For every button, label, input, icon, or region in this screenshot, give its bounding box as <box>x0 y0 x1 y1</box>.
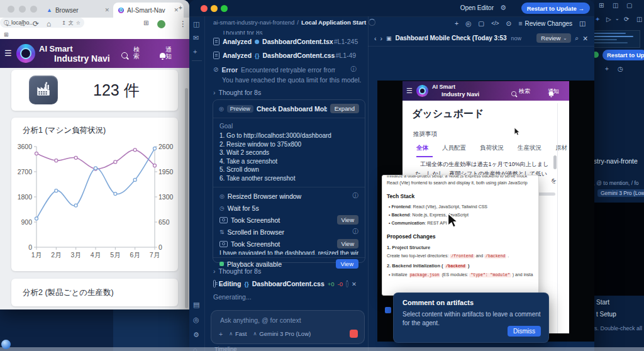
info-icon[interactable]: ⓘ <box>353 192 359 200</box>
stop-button[interactable] <box>350 330 358 338</box>
svg-text:3月: 3月 <box>70 251 80 259</box>
bg-sparkle-icon[interactable]: ✦ <box>595 16 600 23</box>
tab-label: Browser <box>55 7 102 14</box>
analyzed-tsx-row[interactable]: Analyzed DashboardContent.tsx#L1-245 <box>213 38 358 45</box>
menu-dots-icon[interactable]: ⋮ <box>179 20 187 28</box>
code-icon[interactable]: </> <box>491 20 499 26</box>
tab-fuka[interactable]: 負荷状況 <box>480 144 504 152</box>
bg-run-icon[interactable]: ▷ <box>606 16 611 23</box>
preview-chip: Preview <box>227 105 253 113</box>
error-detail: You have reached the quota limit for thi… <box>222 76 361 84</box>
tab-browser[interactable]: ▲ Browser ✕ <box>42 3 114 18</box>
home-icon[interactable]: ⌂ <box>47 20 51 28</box>
notify-label[interactable]: 通知 <box>165 46 172 60</box>
reload-icon[interactable]: ⟳ <box>33 20 39 28</box>
translate-icon[interactable]: 文 <box>69 20 74 26</box>
bg-layout-icon[interactable]: ◫ <box>636 16 642 23</box>
thought-row-1[interactable]: › Thought for 8s <box>213 89 261 96</box>
rail-new-icon[interactable]: + <box>193 48 197 55</box>
traffic-minimize[interactable] <box>19 6 26 13</box>
tab-ai-smart-navi[interactable]: AI-Smart-Nav ✕ <box>113 3 184 18</box>
nav-forward-icon[interactable]: › <box>380 35 383 42</box>
address-bar[interactable]: ⓘ localho... ↥ 文 ☆ <box>0 18 84 28</box>
close-icon[interactable]: ✕ <box>352 281 357 287</box>
svg-text:2700: 2700 <box>18 168 33 176</box>
rail-panel-icon[interactable]: ◫ <box>193 20 199 28</box>
tab-zentai[interactable]: 全体 <box>416 144 428 152</box>
bg-model-chip[interactable]: Gemini 3 Pro (Low) <box>597 189 644 197</box>
info-icon[interactable]: ⓘ <box>351 65 357 74</box>
view-screenshot-button[interactable]: View <box>337 215 358 225</box>
rail-book-icon[interactable]: ▤ <box>193 301 199 309</box>
traffic-close[interactable] <box>8 6 14 13</box>
code-line <box>593 33 626 34</box>
bg-grid-icon[interactable]: ⊞ <box>599 2 604 9</box>
terminal-icon[interactable]: ▢ <box>478 20 484 27</box>
mode-selector[interactable]: Fast <box>235 330 247 337</box>
rail-gear-icon[interactable]: ⚙ <box>193 331 199 339</box>
info-icon[interactable]: ⓘ <box>353 228 359 236</box>
settings-gear-icon[interactable]: ⚙ <box>500 4 506 12</box>
open-editor-link[interactable]: Open Editor <box>460 4 494 11</box>
close-preview-icon[interactable]: ✕ <box>582 35 588 42</box>
traffic-minimize[interactable] <box>211 5 218 12</box>
new-tab-icon[interactable]: + <box>179 4 182 11</box>
dock-app-icon[interactable] <box>1 340 11 349</box>
mobile-scrollbar[interactable] <box>553 155 557 169</box>
review-button[interactable]: Review⌄ <box>536 33 571 43</box>
eye-icon[interactable]: ⊙ <box>506 20 512 27</box>
search-icon[interactable]: ⌕ <box>575 34 579 42</box>
small-cursor <box>514 127 521 136</box>
bg-split-icon[interactable]: ◫ <box>613 2 618 9</box>
search-icon[interactable] <box>121 52 128 58</box>
rail-inbox-icon[interactable]: ✉ <box>193 34 199 42</box>
traffic-close[interactable] <box>201 5 208 12</box>
bg-input-hint: L), @ to mention, / fo <box>589 180 644 186</box>
code-chip: "type": "module" <box>469 273 511 277</box>
menu-icon[interactable]: ☰ <box>4 48 12 58</box>
add-tab-icon[interactable]: + <box>455 20 458 27</box>
bg-panel-icon[interactable]: ▢ <box>626 2 632 9</box>
traffic-zoom[interactable] <box>221 5 228 12</box>
extensions-icon[interactable]: ⊞ <box>143 20 148 26</box>
restart-to-update-button[interactable]: Restart to Update → <box>521 3 590 14</box>
dock-bar <box>0 347 644 351</box>
tab-close-icon[interactable]: ✕ <box>104 7 109 13</box>
chat-input[interactable] <box>219 316 353 325</box>
bg-run-caret-icon[interactable]: ⌄ <box>615 16 619 21</box>
bg-plus-icon[interactable]: + <box>605 65 609 72</box>
share-icon[interactable]: ↥ <box>62 20 66 26</box>
rail-browser-icon[interactable]: ◎ <box>193 316 199 324</box>
goal-label: Goal <box>219 123 233 130</box>
traffic-zoom[interactable] <box>30 6 37 13</box>
forward-icon[interactable]: → <box>19 20 26 28</box>
tab-jinin[interactable]: 人員配置 <box>442 144 466 152</box>
bg-restart-button[interactable]: Restart to Up <box>602 50 644 60</box>
view-playback-button[interactable]: View <box>336 259 358 269</box>
bookmarks-bar: ⊞ <box>0 31 189 39</box>
view-screenshot-button[interactable]: View <box>337 239 358 248</box>
bg-history-icon[interactable]: ◷ <box>618 65 623 72</box>
expand-button[interactable]: Expand <box>330 104 359 113</box>
dismiss-button[interactable]: Dismiss <box>508 326 541 337</box>
split-panel-icon[interactable]: ◫ <box>579 20 586 27</box>
bookmark-star-icon[interactable]: ☆ <box>76 20 80 26</box>
analyzed-css-row[interactable]: Analyzed {} DashboardContent.css#L1-49 <box>213 52 356 59</box>
tab-close-icon[interactable]: ✕ <box>174 7 179 13</box>
bg-sync-icon[interactable]: ⟳ <box>624 16 629 23</box>
profile-avatar[interactable] <box>157 20 165 28</box>
comment-pin-icon[interactable] <box>385 307 391 313</box>
back-icon[interactable]: ← <box>5 20 13 28</box>
add-context-icon[interactable]: + <box>219 330 223 338</box>
generating-label: Generating... <box>213 293 252 301</box>
thought-row-2[interactable]: › Thought for 8s <box>213 267 261 275</box>
browser-scrollbar[interactable] <box>185 88 188 308</box>
search-label[interactable]: 検索 <box>133 46 140 60</box>
model-selector[interactable]: Gemini 3 Pro (Low) <box>259 330 311 337</box>
tab-seisan[interactable]: 生産状況 <box>518 144 541 152</box>
ide-window: Open Editor ⚙ Restart to Update → ◫ ✉ + … <box>189 0 594 351</box>
review-changes-button[interactable]: Review Changes <box>525 20 572 27</box>
nav-back-icon[interactable]: ‹ <box>374 35 377 42</box>
apps-grid-icon[interactable]: ⊞ <box>4 31 9 38</box>
browser-icon[interactable]: ◎ <box>465 20 471 27</box>
